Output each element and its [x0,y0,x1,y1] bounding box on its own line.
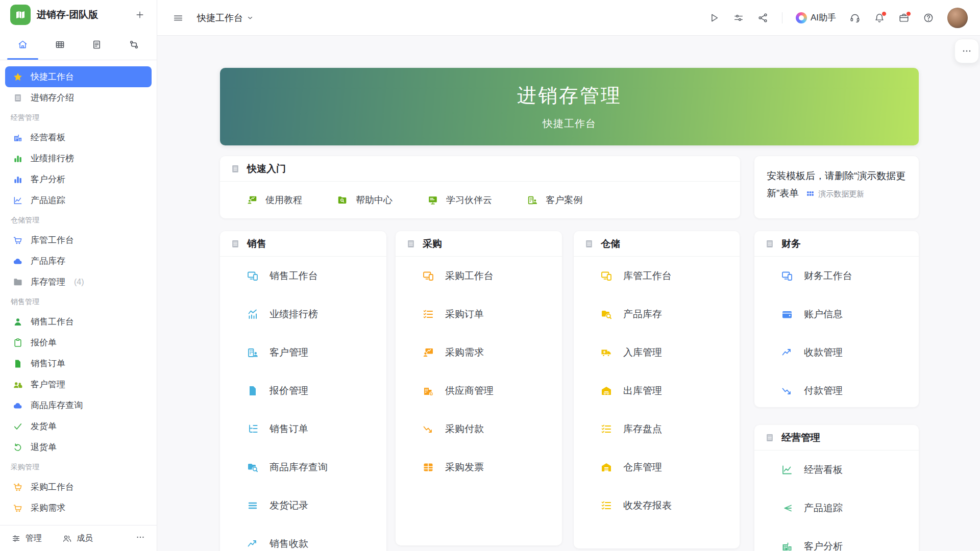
share-button[interactable] [757,12,769,23]
ai-assistant-button[interactable]: AI助手 [796,12,836,23]
card-item[interactable]: 采购工作台 [396,257,562,295]
sidebar-item[interactable]: 退货单 [5,437,152,458]
document-icon [584,239,594,249]
sidebar-item-label: 退货单 [31,441,57,453]
folder-icon [13,277,23,287]
sidebar-item[interactable]: 快捷工作台 [5,66,152,87]
sidebar-tab-table[interactable] [41,30,79,60]
card-item[interactable]: 业绩排行榜 [220,295,386,333]
sidebar-item-label: 快捷工作台 [31,71,74,83]
workstation-icon [422,270,434,282]
sidebar-item[interactable]: 商品库存查询 [5,395,152,416]
sidebar-item-label: 销售工作台 [31,316,74,328]
card-item[interactable]: 销售收款 [220,524,386,551]
sidebar-item[interactable]: 采购需求 [5,497,152,518]
menu-toggle-button[interactable] [173,12,184,23]
support-button[interactable] [849,12,861,23]
notice-link-label: 演示数据更新 [818,185,864,203]
card-item[interactable]: 采购需求 [396,333,562,371]
flow-icon [129,39,139,50]
sidebar-item[interactable]: 客户分析 [5,169,152,190]
page-title-dropdown[interactable]: 快捷工作台 [197,12,254,24]
filter-settings-button[interactable] [733,12,744,23]
document-icon [230,239,240,249]
members-button[interactable]: 成员 [62,533,93,544]
home-icon [17,39,28,50]
sidebar-item-label: 采购工作台 [31,481,74,493]
card-item[interactable]: 商品库存查询 [220,448,386,486]
card-item[interactable]: 客户管理 [220,333,386,371]
card-item-label: 财务工作台 [804,269,852,283]
sidebar-item[interactable]: 进销存介绍 [5,87,152,108]
quick-link[interactable]: 帮助中心 [337,194,393,206]
card-item[interactable]: 采购发票 [396,448,562,486]
card-item[interactable]: 经营看板 [754,450,919,489]
sidebar-item[interactable]: 销售工作台 [5,311,152,332]
page-more-button[interactable] [954,39,979,63]
sidebar-tab-flow[interactable] [115,30,153,60]
card-item[interactable]: 发货记录 [220,486,386,524]
card-item[interactable]: 产品库存 [574,295,740,333]
sidebar-item-label: 采购需求 [31,502,65,514]
card-item[interactable]: 仓库管理 [574,448,740,486]
sidebar-more-button[interactable] [135,532,145,544]
sidebar-item[interactable]: 业绩排行榜 [5,148,152,169]
card-item[interactable]: 销售订单 [220,410,386,448]
card-item[interactable]: 收发存报表 [574,486,740,524]
present-button[interactable] [708,12,720,23]
card-title: 仓储 [601,237,620,251]
user-avatar[interactable] [947,8,968,28]
searchbox-icon [247,461,259,473]
card-item[interactable]: 收款管理 [754,333,919,371]
quick-link[interactable]: 使用教程 [247,194,302,206]
card-item[interactable]: 采购付款 [396,410,562,448]
quick-link[interactable]: 学习伙伴云 [427,194,492,206]
manage-label: 管理 [26,533,42,544]
sidebar-item-label: 客户管理 [31,379,65,390]
chevron-down-icon [247,14,254,21]
card-item-label: 供应商管理 [445,384,494,397]
card-item[interactable]: 出库管理 [574,371,740,410]
sidebar-item[interactable]: 产品库存 [5,251,152,271]
sidebar-item[interactable]: 库管工作台 [5,230,152,251]
card-item[interactable]: 采购订单 [396,295,562,333]
cartplus-icon [13,482,23,492]
card-item[interactable]: 销售工作台 [220,257,386,295]
notifications-button[interactable] [874,12,885,23]
person-icon [13,317,23,327]
card-item[interactable]: 客户分析 [754,527,919,551]
file-icon [247,385,259,397]
card-item[interactable]: 付款管理 [754,371,919,407]
card-item-label: 收发存报表 [623,499,672,512]
sidebar-item[interactable]: 报价单 [5,332,152,353]
quick-link[interactable]: 客户案例 [527,194,582,206]
card-item[interactable]: 报价管理 [220,371,386,410]
card-item-label: 客户分析 [804,540,843,551]
card-item-label: 业绩排行榜 [270,308,318,321]
card-item[interactable]: 库存盘点 [574,410,740,448]
sidebar-item[interactable]: 采购工作台 [5,477,152,497]
ai-logo-icon [796,12,807,23]
sidebar-item[interactable]: 产品追踪 [5,190,152,211]
card-item[interactable]: 库管工作台 [574,257,740,295]
card-item[interactable]: 供应商管理 [396,371,562,410]
demo-data-form-link[interactable]: 演示数据更新 [806,185,864,203]
sidebar-tab-home[interactable] [4,30,41,60]
card-item[interactable]: 账户信息 [754,295,919,333]
sidebar-item[interactable]: 客户管理 [5,374,152,395]
sidebar-item[interactable]: 销售订单 [5,353,152,374]
manage-button[interactable]: 管理 [11,533,42,544]
sidebar-item[interactable]: 库存管理(4) [5,271,152,292]
sidebar-item[interactable]: 经营看板 [5,127,152,148]
card-item[interactable]: 财务工作台 [754,257,919,295]
add-app-button[interactable] [133,8,146,21]
card-item[interactable]: 产品追踪 [754,489,919,527]
sidebar-tab-docpage[interactable] [79,30,116,60]
workbench-button[interactable] [898,12,910,23]
sidebar-item[interactable]: 发货单 [5,416,152,437]
help-button[interactable] [923,12,934,23]
topbar-actions: AI助手 [708,8,968,28]
docpage-icon [91,39,102,50]
card-item[interactable]: 入库管理 [574,333,740,371]
sidebar-item-label: 库存管理 [31,276,65,288]
